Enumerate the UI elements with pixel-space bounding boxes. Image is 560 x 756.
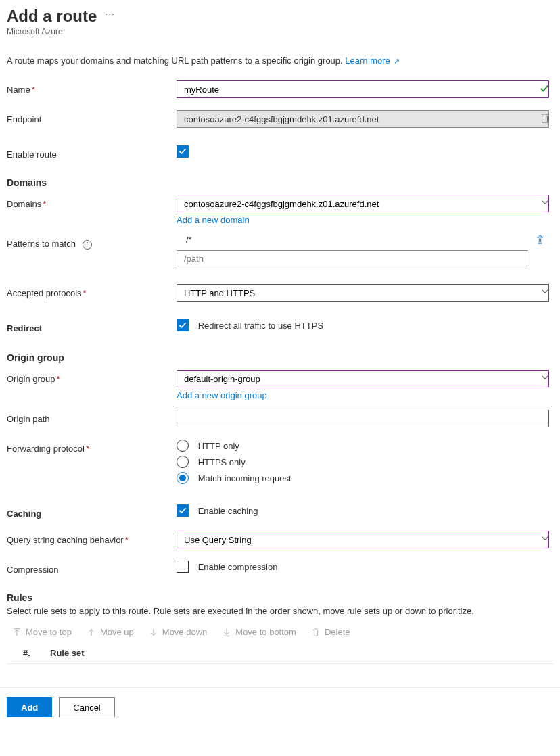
fwd-http-label: HTTP only	[198, 441, 239, 451]
intro-body: A route maps your domains and matching U…	[7, 55, 345, 66]
add-origin-link[interactable]: Add a new origin group	[177, 390, 267, 400]
arrow-down-bar-icon	[222, 628, 231, 637]
delete-pattern-icon[interactable]	[535, 235, 545, 245]
name-label: Name	[7, 85, 30, 95]
rules-description: Select rule sets to apply to this route.…	[7, 606, 553, 616]
move-up-button[interactable]: Move up	[87, 627, 134, 637]
endpoint-input	[177, 110, 549, 128]
pattern-input[interactable]	[177, 250, 528, 266]
pattern-value: /*	[177, 235, 528, 245]
fwd-https-radio[interactable]	[177, 456, 189, 468]
copy-icon[interactable]	[540, 114, 549, 123]
domains-section: Domains	[7, 177, 553, 188]
external-link-icon: ↗	[392, 57, 400, 65]
col-ruleset: Rule set	[50, 648, 85, 658]
accepted-protocols-select[interactable]	[177, 284, 549, 302]
arrow-up-icon	[87, 628, 96, 637]
caching-section: Caching	[7, 509, 41, 519]
page-subtitle: Microsoft Azure	[7, 27, 553, 37]
fwd-http-radio[interactable]	[177, 440, 189, 452]
enable-route-label: Enable route	[7, 149, 57, 160]
endpoint-label: Endpoint	[7, 114, 41, 124]
origin-path-label: Origin path	[7, 414, 50, 424]
accepted-protocols-label: Accepted protocols	[7, 288, 82, 298]
move-down-button[interactable]: Move down	[149, 627, 207, 637]
origin-path-input[interactable]	[177, 410, 549, 427]
arrow-down-icon	[149, 628, 158, 637]
move-to-bottom-button[interactable]: Move to bottom	[222, 627, 296, 637]
trash-icon	[311, 628, 321, 637]
rules-section: Rules	[7, 592, 553, 603]
domains-label: Domains	[7, 199, 41, 209]
compression-checkbox[interactable]	[177, 561, 189, 573]
redirect-section: Redirect	[7, 323, 42, 333]
compression-cb-label: Enable compression	[198, 562, 278, 572]
intro-text: A route maps your domains and matching U…	[7, 55, 553, 66]
svg-rect-0	[542, 116, 548, 123]
domains-select[interactable]	[177, 195, 549, 212]
redirect-label: Redirect all traffic to use HTTPS	[198, 321, 323, 331]
page-title: Add a route	[7, 7, 97, 26]
move-to-top-button[interactable]: Move to top	[12, 627, 72, 637]
arrow-up-bar-icon	[12, 628, 22, 637]
query-label: Query string caching behavior	[7, 535, 124, 545]
cancel-button[interactable]: Cancel	[59, 697, 114, 717]
forwarding-label: Forwarding protocol	[7, 444, 85, 454]
name-input[interactable]	[177, 80, 549, 98]
redirect-checkbox[interactable]	[177, 319, 189, 331]
origin-group-select[interactable]	[177, 370, 549, 387]
origin-section: Origin group	[7, 352, 553, 363]
fwd-match-radio[interactable]	[177, 472, 189, 484]
compression-label: Compression	[7, 565, 59, 575]
learn-more-link[interactable]: Learn more ↗	[345, 55, 400, 66]
caching-label: Enable caching	[198, 506, 258, 516]
col-number: #.	[23, 648, 50, 658]
patterns-label: Patterns to match	[7, 239, 76, 249]
delete-button[interactable]: Delete	[311, 627, 350, 637]
origin-group-label: Origin group	[7, 374, 55, 384]
fwd-https-label: HTTPS only	[198, 457, 246, 467]
fwd-match-label: Match incoming request	[198, 473, 291, 483]
valid-check-icon	[540, 84, 549, 93]
info-icon[interactable]: i	[83, 240, 92, 250]
more-icon[interactable]: ···	[105, 8, 115, 19]
query-select[interactable]	[177, 531, 549, 548]
add-button[interactable]: Add	[7, 697, 52, 717]
enable-route-checkbox[interactable]	[177, 145, 189, 158]
rules-toolbar: Move to top Move up Move down Move to bo…	[7, 623, 553, 645]
caching-checkbox[interactable]	[177, 504, 189, 517]
add-domain-link[interactable]: Add a new domain	[177, 215, 250, 225]
